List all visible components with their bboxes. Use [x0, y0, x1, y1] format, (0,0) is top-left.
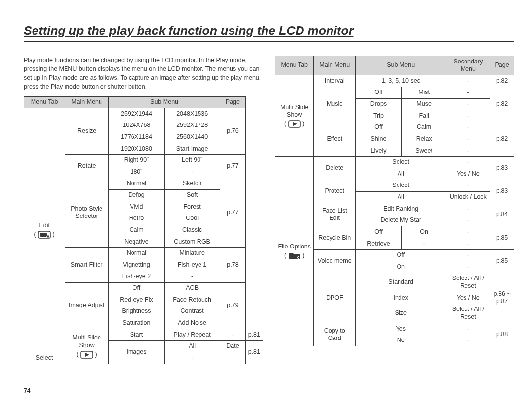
col-menu-tab: Menu Tab — [275, 56, 314, 75]
col-page: Page — [490, 56, 514, 75]
col-menu-tab: Menu Tab — [24, 96, 65, 108]
slide-icon: ( ) — [284, 120, 304, 128]
file-options-icon: ( ) — [284, 252, 304, 260]
menu-tab-slide-right: Multi Slide Show ( ) — [275, 75, 314, 156]
col-secondary-menu: Secondary Menu — [446, 56, 490, 75]
col-sub-menu: Sub Menu — [356, 56, 446, 75]
svg-marker-6 — [293, 122, 297, 126]
menu-tab-slide-left: Multi Slide Show ( ) — [65, 329, 109, 364]
right-table: Menu Tab Main Menu Sub Menu Secondary Me… — [275, 56, 514, 346]
svg-rect-1 — [40, 233, 47, 237]
table-header-row: Menu Tab Main Menu Sub Menu Secondary Me… — [275, 56, 514, 75]
edit-icon: ( ) — [34, 231, 55, 239]
col-main-menu: Main Menu — [65, 96, 109, 108]
page-number: 74 — [24, 387, 30, 394]
col-sub-menu: Sub Menu — [108, 96, 220, 108]
slide-icon: ( ) — [76, 351, 97, 359]
svg-point-8 — [298, 257, 299, 258]
menu-tab-edit: Edit ( ) — [24, 108, 65, 352]
svg-marker-4 — [85, 353, 89, 357]
intro-text: Play mode functions can be changed by us… — [24, 56, 263, 92]
left-table: Menu Tab Main Menu Sub Menu Page Edit ( … — [24, 96, 263, 364]
table-header-row: Menu Tab Main Menu Sub Menu Page — [24, 96, 263, 108]
svg-point-2 — [47, 235, 49, 237]
col-main-menu: Main Menu — [314, 56, 356, 75]
menu-tab-file-options: File Options ( ) — [275, 156, 314, 346]
col-page: Page — [220, 96, 245, 108]
page-title: Setting up the play back function using … — [24, 24, 514, 42]
